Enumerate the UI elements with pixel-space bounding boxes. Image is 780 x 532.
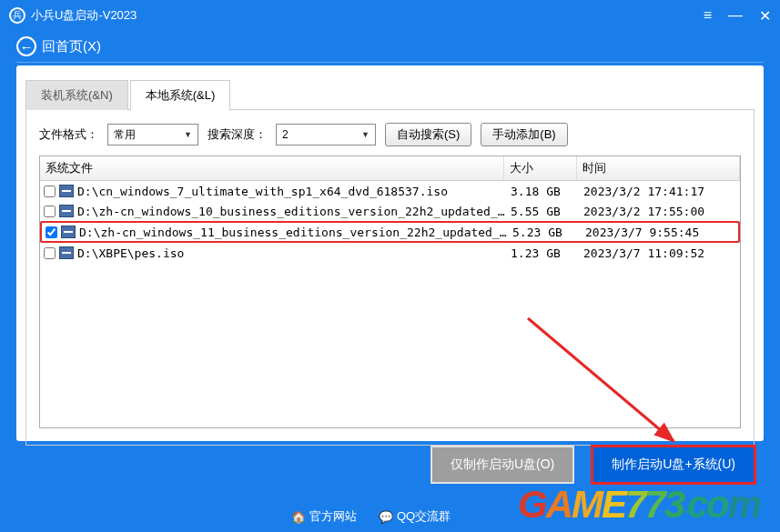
search-depth-select[interactable]: 2 ▼ — [276, 124, 376, 146]
chevron-down-icon: ▼ — [361, 130, 370, 139]
back-arrow-icon: ← — [16, 36, 36, 56]
home-icon: 🏠 — [291, 510, 306, 524]
file-time: 2023/3/2 17:55:00 — [583, 205, 736, 218]
header-divider — [16, 62, 764, 63]
close-icon[interactable]: ✕ — [759, 7, 771, 25]
table-row[interactable]: D:\zh-cn_windows_10_business_editions_ve… — [40, 201, 740, 221]
make-usb-only-button[interactable]: 仅制作启动U盘(O) — [431, 446, 574, 484]
window-title: 小兵U盘启动-V2023 — [31, 7, 704, 24]
tab-local-system[interactable]: 本地系统(&L) — [130, 80, 231, 110]
make-usb-system-button[interactable]: 制作启动U盘+系统(U) — [591, 445, 756, 485]
auto-search-button[interactable]: 自动搜索(S) — [385, 123, 471, 146]
chat-icon: 💬 — [379, 510, 393, 524]
app-logo-icon: 兵 — [9, 7, 25, 24]
search-depth-label: 搜索深度： — [208, 126, 267, 143]
column-time[interactable]: 时间 — [577, 156, 740, 180]
table-row[interactable]: D:\zh-cn_windows_11_business_editions_ve… — [40, 221, 740, 243]
row-checkbox[interactable] — [44, 186, 56, 197]
file-size: 5.23 GB — [512, 226, 585, 239]
official-site-link[interactable]: 🏠 官方网站 — [291, 508, 357, 525]
table-row[interactable]: D:\cn_windows_7_ultimate_with_sp1_x64_dv… — [40, 181, 740, 201]
row-checkbox[interactable] — [46, 226, 57, 238]
file-size: 1.23 GB — [511, 246, 583, 260]
iso-file-icon — [59, 185, 74, 197]
file-time: 2023/3/7 9:55:45 — [585, 226, 734, 239]
file-name: D:\zh-cn_windows_10_business_editions_ve… — [77, 205, 511, 218]
file-format-select[interactable]: 常用 ▼ — [107, 124, 198, 146]
file-name: D:\XBPE\pes.iso — [77, 246, 511, 260]
qq-group-link[interactable]: 💬 QQ交流群 — [379, 508, 451, 525]
iso-file-icon — [61, 226, 76, 238]
back-home-button[interactable]: ← 回首页(X) — [16, 36, 101, 56]
column-file[interactable]: 系统文件 — [40, 156, 504, 180]
tab-install-system[interactable]: 装机系统(&N) — [25, 80, 128, 110]
iso-file-icon — [59, 205, 74, 217]
column-size[interactable]: 大小 — [504, 156, 577, 180]
file-list: 系统文件 大小 时间 D:\cn_windows_7_ultimate_with… — [39, 156, 741, 428]
file-size: 3.18 GB — [511, 185, 583, 198]
table-row[interactable]: D:\XBPE\pes.iso1.23 GB2023/3/7 11:09:52 — [40, 243, 740, 263]
manual-add-button[interactable]: 手动添加(B) — [481, 123, 567, 146]
back-home-label: 回首页(X) — [42, 38, 101, 55]
row-checkbox[interactable] — [44, 247, 56, 259]
watermark-text: GAME773.com — [518, 483, 760, 527]
file-name: D:\zh-cn_windows_11_business_editions_ve… — [79, 226, 512, 239]
chevron-down-icon: ▼ — [184, 130, 192, 139]
minimize-icon[interactable]: — — [728, 7, 743, 25]
row-checkbox[interactable] — [44, 206, 56, 217]
file-format-label: 文件格式： — [39, 126, 98, 143]
file-time: 2023/3/7 11:09:52 — [583, 246, 736, 260]
menu-icon[interactable]: ≡ — [704, 7, 712, 25]
iso-file-icon — [59, 246, 74, 259]
file-name: D:\cn_windows_7_ultimate_with_sp1_x64_dv… — [77, 185, 511, 198]
file-size: 5.55 GB — [511, 205, 583, 218]
file-time: 2023/3/2 17:41:17 — [583, 185, 736, 198]
